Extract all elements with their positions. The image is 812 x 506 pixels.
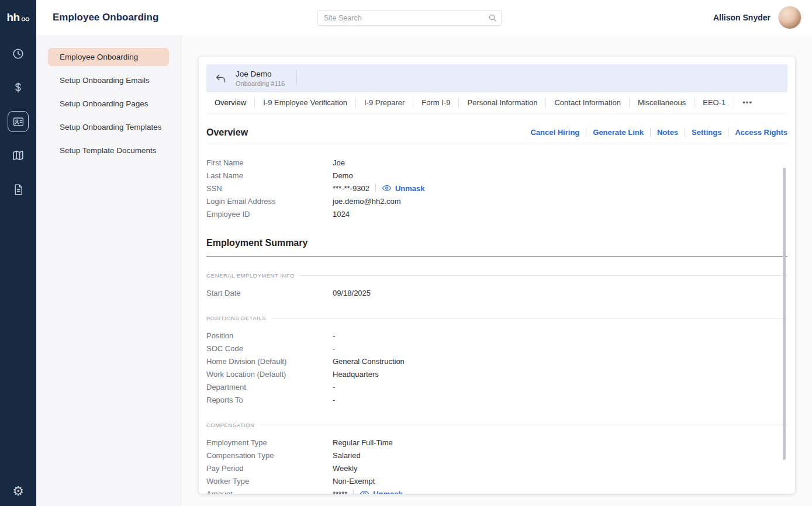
record-name: Joe Demo bbox=[236, 70, 285, 78]
sidebar-item-setup-onboarding-emails[interactable]: Setup Onboarding Emails bbox=[48, 71, 169, 89]
sidebar-item-setup-template-documents[interactable]: Setup Template Documents bbox=[48, 141, 169, 160]
tab-contact-information[interactable]: Contact Information bbox=[545, 98, 628, 108]
field-value: Regular Full-Time bbox=[333, 438, 393, 447]
tab-personal-information[interactable]: Personal Information bbox=[458, 98, 545, 108]
field-value: - bbox=[333, 383, 335, 391]
subsection-positions-details: POSITIONS DETAILS bbox=[206, 315, 787, 321]
field-value: - bbox=[333, 344, 335, 353]
time-icon[interactable] bbox=[8, 43, 29, 64]
settings-gear-icon[interactable]: ⚙ bbox=[12, 484, 24, 499]
field-work-location: Work Location (Default) Headquarters bbox=[206, 368, 787, 380]
tab-form-i9[interactable]: Form I-9 bbox=[413, 98, 458, 108]
field-value: ***-**-9302 bbox=[333, 184, 369, 193]
field-value: joe.demo@hh2.com bbox=[333, 197, 401, 206]
logo-glasses-icon bbox=[21, 16, 30, 23]
field-soc-code: SOC Code - bbox=[206, 342, 787, 355]
field-value: ***** bbox=[333, 490, 347, 494]
field-compensation-type: Compensation Type Salaried bbox=[206, 449, 787, 462]
field-employee-id: Employee ID 1024 bbox=[206, 207, 787, 220]
tab-i9-employee-verification[interactable]: I-9 Employee Verification bbox=[254, 98, 355, 108]
record-header-band: Joe Demo Onboarding #116 bbox=[206, 64, 787, 92]
tab-i9-preparer[interactable]: I-9 Preparer bbox=[355, 98, 413, 108]
tab-more-ellipsis[interactable]: ••• bbox=[734, 98, 761, 108]
vertical-scrollbar[interactable] bbox=[783, 168, 786, 460]
field-label: Login Email Address bbox=[206, 197, 333, 206]
user-name: Allison Snyder bbox=[713, 13, 770, 22]
general-employment-fields: Start Date 09/18/2025 bbox=[206, 286, 787, 299]
map-icon[interactable] bbox=[8, 145, 29, 166]
field-department: Department - bbox=[206, 380, 787, 393]
field-value: 1024 bbox=[333, 210, 350, 219]
field-label: Position bbox=[206, 331, 333, 340]
site-search bbox=[317, 10, 502, 26]
module-sidebar: Employee Onboarding Setup Onboarding Ema… bbox=[36, 35, 181, 506]
record-actions: Cancel Hiring Generate Link Notes Settin… bbox=[530, 128, 787, 137]
tab-overview[interactable]: Overview bbox=[206, 98, 254, 108]
field-home-division: Home Division (Default) General Construc… bbox=[206, 355, 787, 368]
field-first-name: First Name Joe bbox=[206, 156, 787, 169]
field-label: Reports To bbox=[206, 396, 333, 404]
hh2-logo[interactable]: hh bbox=[6, 0, 29, 35]
main-area: Joe Demo Onboarding #116 Overview I-9 Em… bbox=[181, 35, 812, 506]
cancel-hiring-link[interactable]: Cancel Hiring bbox=[530, 128, 579, 137]
field-label: Department bbox=[206, 383, 333, 391]
field-label: Work Location (Default) bbox=[206, 370, 333, 379]
positions-details-fields: Position - SOC Code - Home Division (Def… bbox=[206, 329, 787, 406]
field-label: Home Division (Default) bbox=[206, 357, 333, 366]
field-label: Compensation Type bbox=[206, 451, 333, 460]
field-label: First Name bbox=[206, 158, 333, 167]
search-icon[interactable] bbox=[488, 13, 497, 25]
payroll-dollar-icon[interactable] bbox=[8, 77, 29, 98]
field-label: Employment Type bbox=[206, 438, 333, 447]
back-button[interactable] bbox=[206, 74, 234, 84]
field-value: Salaried bbox=[333, 451, 361, 460]
field-reports-to: Reports To - bbox=[206, 393, 787, 406]
unmask-ssn-link[interactable]: Unmask bbox=[382, 184, 425, 193]
field-value: Non-Exempt bbox=[333, 477, 375, 486]
unmask-label: Unmask bbox=[395, 184, 425, 193]
tab-miscellaneous[interactable]: Miscellaneous bbox=[629, 98, 694, 108]
onboarding-record-card: Joe Demo Onboarding #116 Overview I-9 Em… bbox=[199, 57, 795, 494]
field-employment-type: Employment Type Regular Full-Time bbox=[206, 436, 787, 449]
logo-text: hh bbox=[6, 11, 19, 24]
user-menu: Allison Snyder bbox=[713, 0, 801, 35]
overview-heading: Overview bbox=[206, 127, 248, 138]
avatar[interactable] bbox=[778, 6, 801, 29]
field-label: SOC Code bbox=[206, 344, 333, 353]
field-value: Joe bbox=[333, 158, 345, 167]
field-value: 09/18/2025 bbox=[333, 289, 371, 297]
field-value: General Construction bbox=[333, 357, 405, 366]
field-value: Weekly bbox=[333, 464, 357, 473]
settings-link[interactable]: Settings bbox=[685, 128, 721, 137]
band-divider bbox=[296, 71, 297, 86]
generate-link-link[interactable]: Generate Link bbox=[586, 128, 644, 137]
unmask-amount-link[interactable]: Unmask bbox=[360, 490, 403, 494]
app-rail: hh bbox=[0, 0, 36, 506]
sidebar-item-setup-onboarding-templates[interactable]: Setup Onboarding Templates bbox=[48, 118, 169, 136]
sidebar-item-employee-onboarding[interactable]: Employee Onboarding bbox=[48, 48, 169, 66]
back-arrow-icon bbox=[215, 74, 226, 84]
documents-icon[interactable] bbox=[8, 179, 29, 200]
top-header: Employee Onboarding Allison Snyder bbox=[36, 0, 812, 35]
access-rights-link[interactable]: Access Rights bbox=[728, 128, 787, 137]
field-label: Worker Type bbox=[206, 477, 333, 486]
field-start-date: Start Date 09/18/2025 bbox=[206, 286, 787, 299]
overview-fields: First Name Joe Last Name Demo SSN ***-**… bbox=[206, 156, 787, 220]
rail-icon-group: ⚙ bbox=[0, 43, 36, 506]
field-label: Employee ID bbox=[206, 210, 333, 219]
field-login-email: Login Email Address joe.demo@hh2.com bbox=[206, 195, 787, 207]
notes-link[interactable]: Notes bbox=[650, 128, 678, 137]
field-pay-period: Pay Period Weekly bbox=[206, 462, 787, 474]
tab-eeo-1[interactable]: EEO-1 bbox=[694, 98, 734, 108]
employee-badge-icon[interactable] bbox=[8, 111, 29, 132]
field-value: Demo bbox=[333, 171, 353, 180]
record-subtitle: Onboarding #116 bbox=[236, 80, 285, 87]
compensation-fields: Employment Type Regular Full-Time Compen… bbox=[206, 436, 787, 494]
subsection-compensation: COMPENSATION bbox=[206, 422, 787, 428]
field-value: - bbox=[333, 396, 335, 404]
search-input[interactable] bbox=[317, 10, 502, 26]
employment-summary-heading: Employment Summary bbox=[206, 238, 787, 257]
field-label: SSN bbox=[206, 184, 333, 193]
sidebar-item-setup-onboarding-pages[interactable]: Setup Onboarding Pages bbox=[48, 95, 169, 113]
eye-icon bbox=[360, 490, 369, 494]
